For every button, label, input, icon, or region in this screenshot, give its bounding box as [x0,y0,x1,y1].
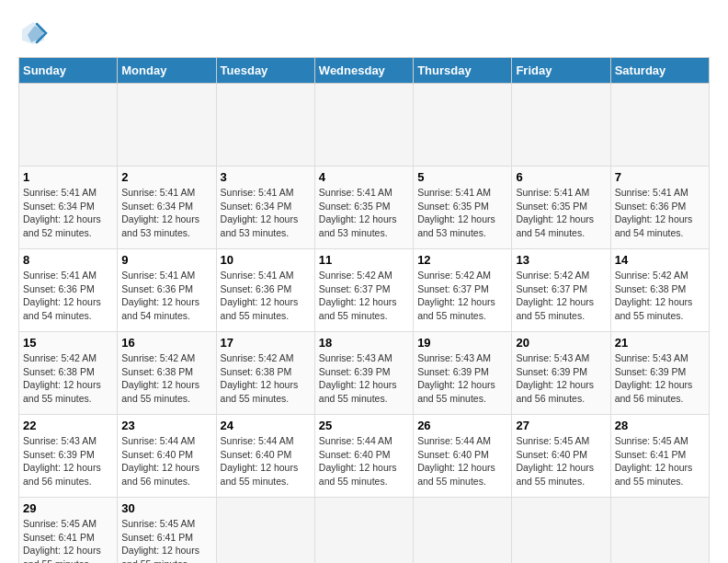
day-info: Sunrise: 5:44 AM Sunset: 6:40 PM Dayligh… [319,434,409,488]
day-number: 22 [23,419,113,432]
calendar-week-row: 8 Sunrise: 5:41 AM Sunset: 6:36 PM Dayli… [19,249,710,332]
logo-icon [18,18,48,48]
calendar-cell: 12 Sunrise: 5:42 AM Sunset: 6:37 PM Dayl… [414,249,512,332]
calendar-cell: 18 Sunrise: 5:43 AM Sunset: 6:39 PM Dayl… [314,332,413,415]
calendar-week-row: 15 Sunrise: 5:42 AM Sunset: 6:38 PM Dayl… [19,332,710,415]
day-number: 2 [121,170,211,184]
calendar-week-row: 29 Sunrise: 5:45 AM Sunset: 6:41 PM Dayl… [19,498,710,564]
day-number: 7 [615,170,705,184]
calendar-cell: 19 Sunrise: 5:43 AM Sunset: 6:39 PM Dayl… [414,332,512,415]
calendar-cell: 22 Sunrise: 5:43 AM Sunset: 6:39 PM Dayl… [19,415,118,498]
day-number: 27 [516,419,606,432]
calendar-cell: 11 Sunrise: 5:42 AM Sunset: 6:37 PM Dayl… [314,249,413,332]
day-number: 17 [221,336,311,350]
calendar-cell [610,84,709,167]
day-number: 13 [516,253,606,267]
calendar-table: SundayMondayTuesdayWednesdayThursdayFrid… [18,57,710,563]
day-info: Sunrise: 5:41 AM Sunset: 6:35 PM Dayligh… [417,186,507,240]
day-info: Sunrise: 5:43 AM Sunset: 6:39 PM Dayligh… [23,434,113,488]
day-number: 16 [121,336,211,350]
calendar-day-header: Thursday [414,58,512,84]
calendar-day-header: Saturday [610,58,709,84]
calendar-cell [19,84,118,167]
day-info: Sunrise: 5:42 AM Sunset: 6:38 PM Dayligh… [615,269,705,323]
day-number: 30 [121,501,211,515]
day-number: 25 [319,419,409,432]
calendar-cell: 20 Sunrise: 5:43 AM Sunset: 6:39 PM Dayl… [512,332,610,415]
day-info: Sunrise: 5:43 AM Sunset: 6:39 PM Dayligh… [516,351,606,406]
day-info: Sunrise: 5:42 AM Sunset: 6:38 PM Dayligh… [121,351,211,406]
calendar-cell: 1 Sunrise: 5:41 AM Sunset: 6:34 PM Dayli… [19,167,118,249]
calendar-day-header: Sunday [19,58,118,84]
page-header [18,18,710,48]
day-info: Sunrise: 5:44 AM Sunset: 6:40 PM Dayligh… [221,434,311,488]
day-info: Sunrise: 5:45 AM Sunset: 6:40 PM Dayligh… [516,434,606,488]
calendar-cell: 3 Sunrise: 5:41 AM Sunset: 6:34 PM Dayli… [216,167,314,249]
day-number: 20 [516,336,606,350]
day-number: 14 [615,253,705,267]
calendar-cell: 7 Sunrise: 5:41 AM Sunset: 6:36 PM Dayli… [610,167,709,249]
calendar-cell: 15 Sunrise: 5:42 AM Sunset: 6:38 PM Dayl… [19,332,118,415]
calendar-day-header: Monday [118,58,216,84]
day-number: 29 [23,501,113,515]
day-info: Sunrise: 5:45 AM Sunset: 6:41 PM Dayligh… [23,517,113,563]
calendar-cell: 28 Sunrise: 5:45 AM Sunset: 6:41 PM Dayl… [610,415,709,498]
calendar-week-row: 1 Sunrise: 5:41 AM Sunset: 6:34 PM Dayli… [19,167,710,249]
calendar-cell: 27 Sunrise: 5:45 AM Sunset: 6:40 PM Dayl… [512,415,610,498]
day-number: 1 [23,170,113,184]
day-number: 18 [319,336,409,350]
calendar-cell: 30 Sunrise: 5:45 AM Sunset: 6:41 PM Dayl… [118,498,216,564]
calendar-cell [512,84,610,167]
calendar-cell: 24 Sunrise: 5:44 AM Sunset: 6:40 PM Dayl… [216,415,314,498]
calendar-day-header: Wednesday [314,58,413,84]
calendar-cell: 6 Sunrise: 5:41 AM Sunset: 6:35 PM Dayli… [512,167,610,249]
calendar-week-row: 22 Sunrise: 5:43 AM Sunset: 6:39 PM Dayl… [19,415,710,498]
calendar-cell: 4 Sunrise: 5:41 AM Sunset: 6:35 PM Dayli… [314,167,413,249]
day-info: Sunrise: 5:41 AM Sunset: 6:36 PM Dayligh… [121,269,211,323]
day-info: Sunrise: 5:43 AM Sunset: 6:39 PM Dayligh… [615,351,705,406]
day-info: Sunrise: 5:41 AM Sunset: 6:35 PM Dayligh… [319,186,409,240]
calendar-week-row [19,84,710,167]
calendar-cell: 13 Sunrise: 5:42 AM Sunset: 6:37 PM Dayl… [512,249,610,332]
day-info: Sunrise: 5:44 AM Sunset: 6:40 PM Dayligh… [417,434,507,488]
day-info: Sunrise: 5:43 AM Sunset: 6:39 PM Dayligh… [319,351,409,406]
calendar-cell: 23 Sunrise: 5:44 AM Sunset: 6:40 PM Dayl… [118,415,216,498]
logo [18,18,51,48]
day-info: Sunrise: 5:41 AM Sunset: 6:34 PM Dayligh… [221,186,311,240]
day-info: Sunrise: 5:41 AM Sunset: 6:34 PM Dayligh… [121,186,211,240]
calendar-cell [512,498,610,564]
calendar-cell: 16 Sunrise: 5:42 AM Sunset: 6:38 PM Dayl… [118,332,216,415]
calendar-cell: 10 Sunrise: 5:41 AM Sunset: 6:36 PM Dayl… [216,249,314,332]
calendar-day-header: Friday [512,58,610,84]
day-info: Sunrise: 5:42 AM Sunset: 6:37 PM Dayligh… [417,269,507,323]
day-number: 28 [615,419,705,432]
calendar-cell [216,498,314,564]
day-number: 9 [121,253,211,267]
day-number: 4 [319,170,409,184]
day-number: 3 [221,170,311,184]
calendar-cell [414,498,512,564]
calendar-cell: 21 Sunrise: 5:43 AM Sunset: 6:39 PM Dayl… [610,332,709,415]
day-info: Sunrise: 5:42 AM Sunset: 6:38 PM Dayligh… [23,351,113,406]
day-info: Sunrise: 5:42 AM Sunset: 6:38 PM Dayligh… [221,351,311,406]
day-info: Sunrise: 5:41 AM Sunset: 6:36 PM Dayligh… [615,186,705,240]
calendar-day-header: Tuesday [216,58,314,84]
calendar-cell [216,84,314,167]
day-number: 23 [121,419,211,432]
day-info: Sunrise: 5:42 AM Sunset: 6:37 PM Dayligh… [516,269,606,323]
calendar-cell: 5 Sunrise: 5:41 AM Sunset: 6:35 PM Dayli… [414,167,512,249]
calendar-cell: 25 Sunrise: 5:44 AM Sunset: 6:40 PM Dayl… [314,415,413,498]
calendar-cell: 29 Sunrise: 5:45 AM Sunset: 6:41 PM Dayl… [19,498,118,564]
day-info: Sunrise: 5:43 AM Sunset: 6:39 PM Dayligh… [417,351,507,406]
day-number: 6 [516,170,606,184]
day-number: 24 [221,419,311,432]
calendar-header-row: SundayMondayTuesdayWednesdayThursdayFrid… [19,58,710,84]
day-number: 10 [221,253,311,267]
day-number: 12 [417,253,507,267]
day-number: 5 [417,170,507,184]
calendar-cell: 14 Sunrise: 5:42 AM Sunset: 6:38 PM Dayl… [610,249,709,332]
day-info: Sunrise: 5:44 AM Sunset: 6:40 PM Dayligh… [121,434,211,488]
calendar-cell [414,84,512,167]
calendar-cell [314,498,413,564]
calendar-cell [610,498,709,564]
